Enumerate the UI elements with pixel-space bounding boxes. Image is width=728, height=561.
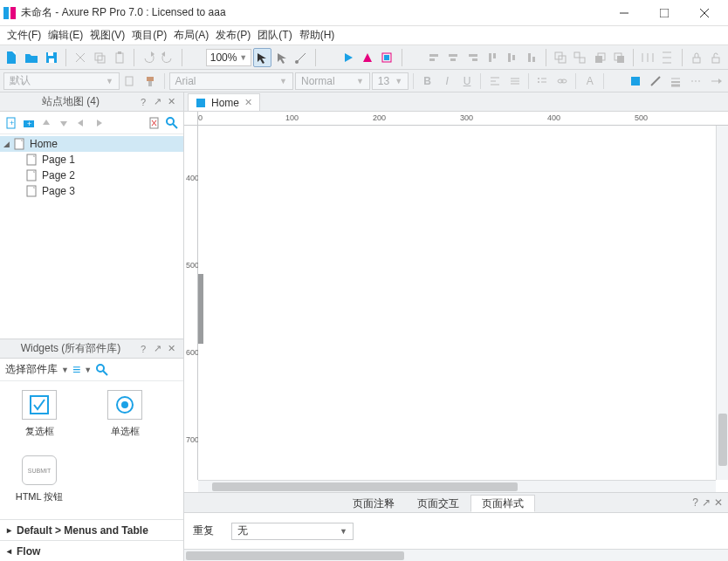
- tab-page-notes[interactable]: 页面注释: [341, 495, 406, 512]
- align-middle-button[interactable]: [503, 48, 520, 67]
- back-button[interactable]: [610, 48, 628, 67]
- dropdown-icon[interactable]: ▼: [61, 366, 69, 374]
- undo-button[interactable]: [140, 48, 157, 67]
- library-selector[interactable]: 选择部件库: [5, 362, 58, 377]
- style-preset-combo[interactable]: 默认▼: [3, 72, 120, 90]
- save-button[interactable]: [43, 48, 60, 67]
- minimize-button[interactable]: [604, 1, 644, 25]
- repeat-select[interactable]: 无▼: [231, 523, 354, 540]
- publish-button[interactable]: [378, 48, 395, 67]
- underline-button[interactable]: U: [458, 72, 477, 91]
- maximize-button[interactable]: [644, 1, 684, 25]
- style-copy-button[interactable]: [121, 72, 140, 91]
- menu-file[interactable]: 文件(F): [3, 26, 45, 44]
- link-button[interactable]: [553, 72, 572, 91]
- cut-button[interactable]: [72, 48, 89, 67]
- help-icon[interactable]: ?: [136, 95, 150, 109]
- add-folder-button[interactable]: +: [21, 115, 37, 131]
- text-align-button[interactable]: [485, 72, 504, 91]
- ruler-vertical[interactable]: 400 500 600 700: [184, 126, 198, 480]
- align-right-button[interactable]: [464, 48, 482, 67]
- scrollbar-thumb[interactable]: [718, 414, 727, 466]
- tab-page-interactions[interactable]: 页面交互: [406, 495, 470, 512]
- help-icon[interactable]: ?: [692, 496, 698, 509]
- indent-button[interactable]: [91, 115, 106, 131]
- ruler-horizontal[interactable]: 0 100 200 300 400 500: [198, 112, 728, 126]
- vertical-align-button[interactable]: [505, 72, 524, 91]
- line-width-button[interactable]: [667, 72, 685, 91]
- select-contained-button[interactable]: [273, 48, 291, 67]
- open-file-button[interactable]: [23, 48, 40, 67]
- copy-button[interactable]: [91, 48, 108, 67]
- bullets-button[interactable]: [533, 72, 552, 91]
- font-weight-combo[interactable]: Normal▼: [295, 72, 370, 90]
- zoom-combo[interactable]: 100%▼: [206, 49, 251, 66]
- tab-page-style[interactable]: 页面样式: [470, 495, 535, 512]
- menu-edit[interactable]: 编辑(E): [45, 26, 86, 44]
- canvas[interactable]: [198, 126, 716, 480]
- close-button[interactable]: [684, 1, 725, 25]
- font-combo[interactable]: Arial▼: [169, 72, 293, 90]
- group-button[interactable]: [552, 48, 569, 67]
- tree-page-2[interactable]: Page 2: [0, 168, 183, 183]
- select-intersect-button[interactable]: [253, 48, 271, 67]
- menu-publish[interactable]: 发布(P): [212, 26, 254, 44]
- tree-page-1[interactable]: Page 1: [0, 152, 183, 168]
- widget-checkbox[interactable]: 复选框: [9, 390, 70, 438]
- menu-project[interactable]: 项目(P): [128, 26, 170, 44]
- redo-button[interactable]: [159, 48, 176, 67]
- tree-page-3[interactable]: Page 3: [0, 183, 183, 199]
- new-file-button[interactable]: [3, 48, 21, 67]
- search-widgets-button[interactable]: [95, 363, 109, 377]
- section-flow[interactable]: ◂Flow: [0, 540, 183, 561]
- front-button[interactable]: [590, 48, 608, 67]
- scrollbar-thumb[interactable]: [186, 551, 404, 560]
- unlock-button[interactable]: [707, 48, 725, 67]
- menu-help[interactable]: 帮助(H): [296, 26, 339, 44]
- menu-icon[interactable]: ≡: [72, 362, 80, 378]
- close-panel-icon[interactable]: ✕: [164, 95, 178, 109]
- close-panel-icon[interactable]: ✕: [164, 342, 178, 356]
- menu-view[interactable]: 视图(V): [86, 26, 128, 44]
- line-button[interactable]: [647, 72, 665, 91]
- expand-icon[interactable]: ↗: [702, 496, 711, 509]
- italic-button[interactable]: I: [438, 72, 457, 91]
- close-tab-icon[interactable]: ✕: [244, 97, 252, 108]
- panel-splitter[interactable]: [198, 274, 203, 344]
- scrollbar-thumb[interactable]: [212, 482, 518, 491]
- outdent-button[interactable]: [73, 115, 89, 131]
- dropdown-icon[interactable]: ▼: [84, 366, 92, 374]
- widget-radio[interactable]: 单选框: [94, 390, 155, 438]
- font-color-button[interactable]: A: [580, 72, 599, 91]
- section-menus-tables[interactable]: ▸Default > Menus and Table: [0, 519, 183, 540]
- align-top-button[interactable]: [484, 48, 501, 67]
- lock-button[interactable]: [688, 48, 705, 67]
- align-center-button[interactable]: [444, 48, 462, 67]
- expand-icon[interactable]: ↗: [150, 342, 164, 356]
- bold-button[interactable]: B: [418, 72, 436, 91]
- help-icon[interactable]: ?: [136, 342, 150, 356]
- fill-button[interactable]: [627, 72, 645, 91]
- move-down-button[interactable]: [56, 115, 72, 131]
- menu-layout[interactable]: 布局(A): [170, 26, 212, 44]
- bottom-scrollbar[interactable]: [184, 549, 728, 561]
- arrow-button[interactable]: [706, 72, 725, 91]
- scrollbar-vertical[interactable]: [716, 126, 728, 480]
- distribute-v-button[interactable]: [658, 48, 676, 67]
- connector-button[interactable]: [292, 48, 310, 67]
- scrollbar-horizontal[interactable]: [198, 480, 716, 492]
- add-page-button[interactable]: +: [3, 115, 19, 131]
- expand-icon[interactable]: ↗: [150, 95, 164, 109]
- align-left-button[interactable]: [425, 48, 443, 67]
- paste-button[interactable]: [110, 48, 127, 67]
- search-sitemap-button[interactable]: [164, 115, 180, 131]
- tree-home[interactable]: ◢ Home: [0, 136, 183, 152]
- menu-team[interactable]: 团队(T): [254, 26, 295, 44]
- line-style-button[interactable]: [686, 72, 704, 91]
- tab-home[interactable]: Home ✕: [188, 93, 260, 111]
- distribute-h-button[interactable]: [639, 48, 656, 67]
- move-up-button[interactable]: [38, 115, 54, 131]
- preview-button[interactable]: [340, 48, 357, 67]
- close-panel-icon[interactable]: ✕: [714, 496, 723, 509]
- format-painter-button[interactable]: [141, 72, 160, 91]
